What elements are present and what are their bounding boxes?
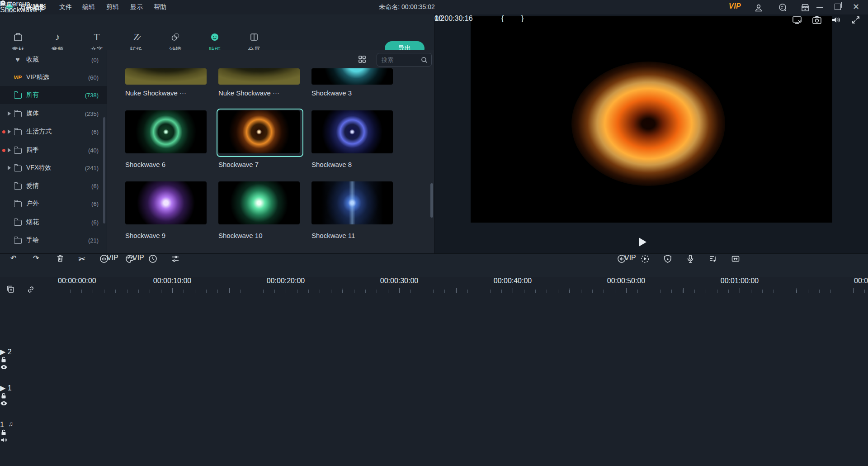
- sticker-clip-label: Shockwave 7: [0, 6, 43, 14]
- sidebar-item-lifestyle[interactable]: 生活方式 (6): [0, 123, 107, 141]
- speaker-icon[interactable]: [0, 436, 54, 444]
- search-icon[interactable]: [421, 57, 428, 63]
- grid-view-icon[interactable]: [358, 55, 367, 64]
- store-icon[interactable]: [800, 3, 810, 13]
- folder-icon: [14, 182, 22, 190]
- window-restore-button[interactable]: [835, 4, 841, 10]
- category-sidebar: ♥ 收藏 (0) VIP VIP精选 (60) 所有 (738) 媒体 (235…: [0, 50, 107, 254]
- menu-view[interactable]: 显示: [130, 3, 143, 11]
- ruler-label: 00:00:20:00: [267, 277, 305, 285]
- lock-icon[interactable]: [0, 392, 54, 399]
- vip-badge: VIP: [107, 254, 118, 262]
- sidebar-count: (60): [88, 74, 99, 81]
- sidebar-item-love[interactable]: 爱情 (6): [0, 177, 107, 195]
- video-track-icon: ▶: [0, 348, 5, 356]
- folder-icon: [14, 218, 22, 226]
- sidebar-count: (6): [91, 183, 99, 190]
- sticker-thumb[interactable]: [125, 110, 207, 153]
- sticker-thumb[interactable]: [311, 181, 393, 224]
- mark-out-button[interactable]: }: [521, 14, 524, 23]
- sticker-thumb[interactable]: [125, 68, 207, 85]
- vip-label[interactable]: VIP: [729, 2, 741, 10]
- library-scrollbar[interactable]: [430, 183, 433, 218]
- speed-clock-icon[interactable]: [148, 254, 158, 264]
- window-close-button[interactable]: ✕: [853, 2, 859, 11]
- expand-arrow-icon[interactable]: [8, 111, 11, 116]
- menu-help[interactable]: 帮助: [154, 3, 166, 11]
- lock-icon[interactable]: [0, 429, 54, 436]
- sticker-name: Shockwave 11: [311, 232, 355, 239]
- expand-arrow-icon[interactable]: [8, 148, 11, 152]
- expand-arrow-icon[interactable]: [8, 166, 11, 170]
- undo-button[interactable]: ↶: [10, 254, 16, 262]
- sidebar-label: 媒体: [26, 109, 39, 118]
- eye-icon[interactable]: [0, 399, 54, 407]
- window-minimize-button[interactable]: [816, 7, 823, 8]
- sidebar-item-vfx[interactable]: VFX特效 (241): [0, 159, 107, 177]
- ruler-label: 00:01:00:00: [721, 277, 759, 285]
- sticker-thumb[interactable]: [311, 110, 393, 153]
- sidebar-label: 生活方式: [26, 128, 52, 136]
- sticker-thumb[interactable]: [218, 181, 300, 224]
- text-icon: T: [94, 32, 100, 43]
- sidebar-item-seasons[interactable]: 四季 (40): [0, 141, 107, 159]
- sidebar-item-vip-featured[interactable]: VIP VIP精选 (60): [0, 68, 107, 86]
- account-icon[interactable]: [754, 3, 764, 13]
- sidebar-item-media[interactable]: 媒体 (235): [0, 105, 107, 123]
- fit-to-timeline-icon[interactable]: [731, 254, 741, 264]
- render-preview-icon[interactable]: [640, 254, 650, 264]
- titlebar: 万兴喵影 文件 编辑 剪辑 显示 帮助 未命名: 00:00:35:02 VIP…: [0, 0, 868, 15]
- sidebar-item-outdoor[interactable]: 户外 (6): [0, 195, 107, 213]
- feedback-chat-icon[interactable]: [778, 3, 788, 13]
- vip-badge: VIP: [624, 254, 636, 262]
- filmora-app-window: 万兴喵影 文件 编辑 剪辑 显示 帮助 未命名: 00:00:35:02 VIP…: [0, 0, 868, 466]
- play-button[interactable]: [639, 238, 646, 247]
- audio-mixer-icon[interactable]: [708, 254, 718, 264]
- mark-in-button[interactable]: {: [501, 14, 504, 23]
- sticker-thumb[interactable]: [125, 181, 207, 224]
- sidebar-scrollbar[interactable]: [103, 117, 105, 223]
- sidebar-label: 收藏: [26, 56, 39, 64]
- volume-icon[interactable]: [830, 14, 841, 25]
- menu-edit[interactable]: 编辑: [82, 3, 95, 11]
- search-box: [377, 53, 432, 67]
- manage-tracks-icon[interactable]: [5, 284, 15, 294]
- redo-button[interactable]: ↷: [33, 254, 39, 262]
- video-track-2-header: ▶ 2: [0, 347, 54, 357]
- delete-trash-icon[interactable]: [56, 254, 65, 263]
- expand-arrow-icon[interactable]: [8, 129, 11, 134]
- adjust-sliders-icon[interactable]: [170, 254, 180, 264]
- sidebar-count: (21): [88, 237, 99, 244]
- sidebar-item-handdrawn[interactable]: 手绘 (21): [0, 231, 107, 249]
- heart-icon: ♥: [14, 56, 22, 64]
- sidebar-label: 爱情: [26, 182, 39, 190]
- split-at-playhead-button[interactable]: ✂: [0, 0, 6, 9]
- sidebar-item-fireworks[interactable]: 烟花 (6): [0, 213, 107, 231]
- dual-monitor-icon[interactable]: [792, 14, 802, 25]
- sticker-clip-shockwave7[interactable]: Shockwave 7: [0, 0, 43, 14]
- ruler-label: 00:00:50:00: [607, 277, 646, 285]
- search-input[interactable]: [377, 57, 421, 63]
- link-clips-icon[interactable]: [26, 285, 35, 294]
- timeline-panel: 00:00:00:00 00:00:10:00 00:00:20:00 00:0…: [0, 277, 868, 466]
- lock-icon[interactable]: [0, 356, 54, 363]
- sticker-thumb[interactable]: [311, 68, 393, 85]
- menu-clip[interactable]: 剪辑: [106, 3, 119, 11]
- sidebar-count: (6): [91, 128, 99, 135]
- playback-quality-dropdown[interactable]: 1/2: [434, 14, 444, 23]
- split-scissors-button[interactable]: ✂: [78, 254, 85, 264]
- ruler-label: 00:00:30:00: [380, 277, 419, 285]
- sticker-thumb[interactable]: [218, 68, 300, 85]
- annotation-box-shockwave7-card: [207, 101, 311, 175]
- eye-icon[interactable]: [0, 363, 54, 371]
- sticker-name: Shockwave 6: [125, 161, 165, 168]
- timeline-toolbar: ↶ ↷ ✂ VIP VIP VIP: [0, 253, 868, 277]
- sticker-name: Nuke Shockwave ···: [218, 89, 279, 97]
- microphone-icon[interactable]: [685, 254, 695, 264]
- menu-file[interactable]: 文件: [59, 3, 72, 11]
- snapshot-camera-icon[interactable]: [811, 14, 822, 25]
- sidebar-item-favorites[interactable]: ♥ 收藏 (0): [0, 51, 107, 69]
- ruler-major-ticks[interactable]: [59, 288, 868, 293]
- shield-icon[interactable]: [663, 254, 673, 264]
- fullscreen-icon[interactable]: [850, 14, 861, 25]
